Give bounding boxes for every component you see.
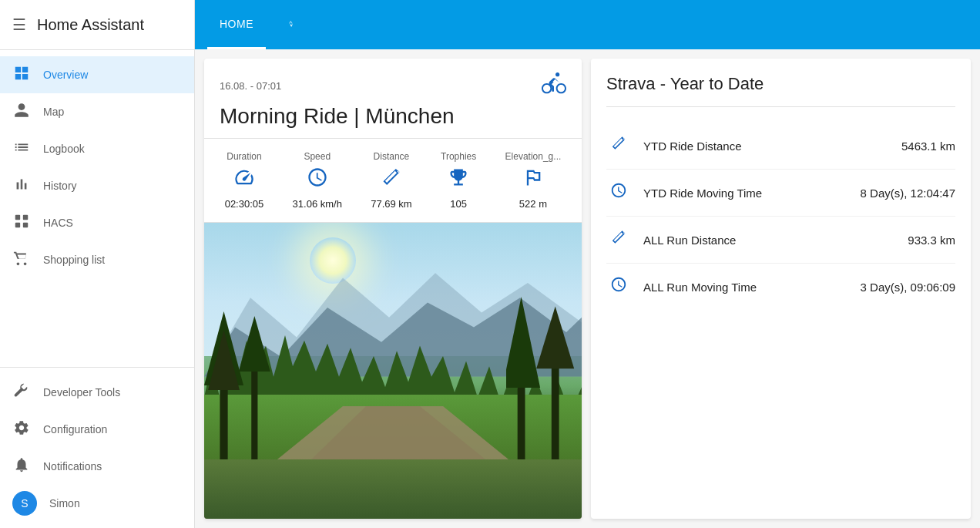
- svg-rect-3: [23, 222, 28, 227]
- stat-speed-label: Speed: [304, 151, 331, 162]
- svg-rect-16: [552, 364, 559, 459]
- strava-value-2: 933.3 km: [908, 234, 955, 247]
- trophy-icon: [448, 166, 469, 193]
- svg-rect-9: [220, 385, 227, 459]
- stat-elevation: Elevation_g... 522 m: [505, 151, 562, 210]
- strava-label-2: ALL Run Distance: [643, 234, 895, 247]
- sidebar-item-overview[interactable]: Overview: [0, 56, 194, 93]
- sidebar-item-logbook[interactable]: Logbook: [0, 130, 194, 167]
- sidebar-header: ☰ Home Assistant: [0, 0, 194, 50]
- stat-duration-value: 02:30:05: [225, 198, 264, 210]
- strava-metric-all-run-time: ALL Run Moving Time 3 Day(s), 09:06:09: [606, 264, 955, 310]
- ruler-icon: [381, 166, 402, 193]
- bar-chart-icon: [12, 176, 31, 197]
- svg-rect-1: [23, 214, 28, 219]
- svg-marker-13: [239, 316, 270, 372]
- grid-icon: [12, 65, 31, 86]
- strava-metric-all-run-distance: ALL Run Distance 933.3 km: [606, 217, 955, 264]
- strava-label-3: ALL Run Moving Time: [643, 281, 848, 294]
- stat-trophies-label: Trophies: [441, 151, 476, 162]
- sidebar-item-label-shopping: Shopping list: [43, 254, 105, 266]
- clock-icon: [307, 166, 328, 193]
- tab-home[interactable]: HOME: [207, 0, 266, 49]
- list-icon: [12, 139, 31, 160]
- sidebar-item-label-overview: Overview: [43, 69, 88, 81]
- strava-card: Strava - Year to Date YTD Ride Distance …: [591, 59, 971, 519]
- activity-date-row: 16.08. - 07:01: [220, 71, 566, 101]
- sidebar-item-user[interactable]: S Simon: [0, 485, 194, 522]
- strava-label-1: YTD Ride Moving Time: [643, 187, 848, 200]
- svg-rect-14: [518, 383, 525, 459]
- strava-metric-ytd-ride-distance: YTD Ride Distance 5463.1 km: [606, 123, 955, 170]
- svg-rect-0: [15, 214, 20, 219]
- stat-distance: Distance 77.69 km: [371, 151, 411, 210]
- sidebar-item-notifications[interactable]: Notifications: [0, 448, 194, 485]
- hacs-icon: [12, 213, 31, 234]
- sidebar-item-map[interactable]: Map: [0, 93, 194, 130]
- stat-elevation-label: Elevation_g...: [505, 151, 562, 162]
- topbar: HOME: [195, 0, 980, 49]
- sidebar-item-label-hacs: HACS: [43, 217, 73, 229]
- stat-duration: Duration 02:30:05: [225, 151, 264, 210]
- svg-marker-15: [506, 297, 540, 388]
- bell-icon: [12, 456, 31, 477]
- strava-value-1: 8 Day(s), 12:04:47: [861, 187, 955, 200]
- sidebar-item-label-history: History: [43, 180, 77, 192]
- sidebar-item-shopping[interactable]: Shopping list: [0, 241, 194, 278]
- sidebar-bottom: Developer Tools Configuration Notificati…: [0, 367, 194, 528]
- main-area: HOME 16.08. - 07:01 Morning Ride | Münch…: [195, 0, 980, 528]
- strava-metric-ytd-ride-time: YTD Ride Moving Time 8 Day(s), 12:04:47: [606, 170, 955, 217]
- menu-icon[interactable]: ☰: [12, 15, 26, 34]
- mountain-icon: [522, 166, 544, 193]
- landscape-image: [204, 223, 582, 519]
- sidebar-item-hacs[interactable]: HACS: [0, 204, 194, 241]
- strava-value-0: 5463.1 km: [901, 140, 955, 153]
- strava-value-3: 3 Day(s), 09:06:09: [861, 281, 955, 294]
- stat-duration-label: Duration: [227, 151, 261, 162]
- sidebar-item-label-developer-tools: Developer Tools: [43, 386, 120, 399]
- sidebar-item-label-notifications: Notifications: [43, 460, 102, 473]
- user-name: Simon: [49, 497, 80, 510]
- svg-rect-2: [15, 222, 20, 227]
- stat-distance-value: 77.69 km: [371, 198, 411, 210]
- stat-speed: Speed 31.06 km/h: [293, 151, 342, 210]
- clock-icon-strava-1: [606, 182, 631, 203]
- tab-strava[interactable]: [275, 9, 306, 40]
- activity-image: [204, 223, 582, 519]
- bike-icon: [542, 71, 566, 101]
- content-area: 16.08. - 07:01 Morning Ride | München Du…: [195, 49, 980, 528]
- clock-icon-strava-2: [606, 276, 631, 298]
- activity-card: 16.08. - 07:01 Morning Ride | München Du…: [204, 59, 582, 519]
- sidebar-item-label-map: Map: [43, 106, 64, 118]
- stat-trophies: Trophies 105: [441, 151, 476, 210]
- activity-date-text: 16.08. - 07:01: [220, 80, 281, 92]
- activity-title: Morning Ride | München: [220, 104, 566, 129]
- svg-marker-17: [536, 306, 574, 368]
- sidebar: ☰ Home Assistant Overview Map Logbook: [0, 0, 195, 528]
- ruler-icon-strava-2: [606, 229, 631, 251]
- strava-title: Strava - Year to Date: [606, 74, 955, 107]
- sidebar-item-label-configuration: Configuration: [43, 423, 107, 436]
- wrench-icon: [12, 382, 31, 403]
- activity-header: 16.08. - 07:01 Morning Ride | München: [204, 59, 582, 139]
- stat-elevation-value: 522 m: [519, 198, 547, 210]
- avatar: S: [12, 491, 37, 516]
- stats-row: Duration 02:30:05 Speed 31.06 km/h D: [204, 139, 582, 223]
- sidebar-item-configuration[interactable]: Configuration: [0, 411, 194, 448]
- gear-icon: [12, 419, 31, 440]
- ruler-icon-strava-1: [606, 135, 631, 156]
- stat-speed-value: 31.06 km/h: [293, 198, 342, 210]
- svg-rect-12: [251, 367, 257, 459]
- cart-icon: [12, 250, 31, 271]
- sidebar-item-label-logbook: Logbook: [43, 143, 85, 155]
- sidebar-item-history[interactable]: History: [0, 167, 194, 204]
- stat-distance-label: Distance: [374, 151, 410, 162]
- person-icon: [12, 102, 31, 123]
- speedometer-icon: [233, 166, 255, 193]
- sidebar-item-developer-tools[interactable]: Developer Tools: [0, 374, 194, 411]
- app-title: Home Assistant: [37, 16, 144, 34]
- stat-trophies-value: 105: [450, 198, 467, 210]
- strava-label-0: YTD Ride Distance: [643, 140, 889, 153]
- sidebar-nav: Overview Map Logbook History: [0, 50, 194, 367]
